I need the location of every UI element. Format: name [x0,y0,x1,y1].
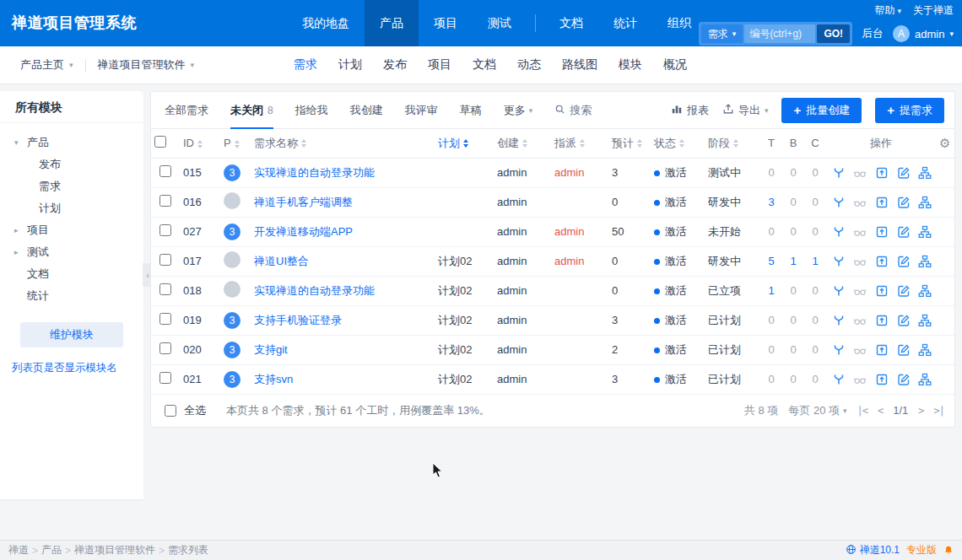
gear-icon[interactable]: ⚙ [939,136,950,150]
module-tree-item[interactable]: 计划 [0,197,143,219]
module-tree-item[interactable]: 发布 [0,153,143,175]
main-nav-item[interactable]: 文档 [544,0,598,46]
assigned-user[interactable]: admin [554,255,584,267]
column-header-plan[interactable]: 计划 [435,129,494,158]
product-tab[interactable]: 项目 [428,57,451,73]
module-tree-item[interactable]: 统计 [0,285,143,307]
version-link[interactable]: 禅道10.1 [846,543,900,557]
product-tab[interactable]: 动态 [517,57,541,73]
column-header-title[interactable]: 需求名称 [251,129,435,158]
orgchart-icon[interactable] [917,372,932,387]
orgchart-icon[interactable] [917,313,932,328]
product-tab[interactable]: 文档 [473,57,496,73]
breadcrumb-item[interactable]: 禅道 [8,543,29,557]
column-header-stage[interactable]: 阶段 [705,129,760,158]
product-tab[interactable]: 发布 [383,57,407,73]
report-button[interactable]: 报表 [671,103,709,118]
column-header-id[interactable]: ID [180,129,220,158]
search-id-input[interactable] [744,24,815,43]
main-nav-item[interactable]: 我的地盘 [287,0,365,46]
story-title-link[interactable]: 支持svn [254,373,293,385]
user-menu[interactable]: A admin ▾ [893,25,954,42]
orgchart-icon[interactable] [917,224,932,240]
bell-icon[interactable] [943,545,954,556]
upload-icon[interactable] [874,372,889,387]
main-nav-item[interactable]: 产品 [365,0,419,46]
story-title-link[interactable]: 实现禅道的自动登录功能 [254,166,375,179]
filter-tab[interactable]: 未关闭8 [230,92,273,128]
edit-icon[interactable] [896,372,911,387]
t-count[interactable]: 1 [768,284,774,297]
assigned-user[interactable]: admin [554,225,584,238]
upload-icon[interactable] [874,313,889,328]
row-checkbox[interactable] [159,342,171,354]
module-tree-item[interactable]: 需求 [0,175,143,197]
upload-icon[interactable] [874,254,889,269]
search-type-dropdown[interactable]: 需求 ▾ [701,24,743,43]
upload-icon[interactable] [874,195,889,210]
orgchart-icon[interactable] [917,283,932,299]
help-link[interactable]: 帮助▾ [874,4,901,16]
search-toggle[interactable]: 搜索 [554,103,592,118]
edit-icon[interactable] [896,283,911,299]
orgchart-icon[interactable] [917,254,932,269]
branch-icon[interactable] [831,254,846,269]
upload-icon[interactable] [874,342,889,358]
branch-icon[interactable] [831,313,846,328]
branch-icon[interactable] [831,342,846,358]
select-all-header-checkbox[interactable] [154,136,166,148]
story-title-link[interactable]: 实现禅道的自动登录功能 [254,284,375,297]
row-checkbox[interactable] [159,313,171,325]
story-title-link[interactable]: 禅道UI整合 [254,255,309,267]
product-tab[interactable]: 计划 [338,57,362,73]
upload-icon[interactable] [874,283,889,299]
product-select-dropdown[interactable]: 禅道项目管理软件 ▾ [86,57,207,73]
branch-icon[interactable] [831,224,846,240]
filter-tab[interactable]: 更多▾ [504,92,533,128]
upload-icon[interactable] [874,165,889,180]
last-page-button[interactable]: >| [934,405,944,417]
column-header-estimate[interactable]: 预计 [608,129,651,158]
edit-icon[interactable] [896,313,911,328]
row-checkbox[interactable] [159,224,171,236]
edit-icon[interactable] [896,195,911,210]
module-tree-item[interactable]: ▾产品 [0,132,143,153]
breadcrumb-item[interactable]: 产品 [41,543,62,557]
maintain-module-button[interactable]: 维护模块 [20,322,123,347]
filter-tab[interactable]: 指给我 [295,92,328,128]
column-header-pri[interactable]: P [220,129,251,158]
main-nav-item[interactable]: 统计 [598,0,652,46]
orgchart-icon[interactable] [917,342,932,358]
row-checkbox[interactable] [159,195,171,207]
orgchart-icon[interactable] [917,195,932,210]
prev-page-button[interactable]: < [878,405,883,417]
first-page-button[interactable]: |< [857,405,867,417]
filter-tab[interactable]: 草稿 [460,92,482,128]
orgchart-icon[interactable] [917,165,932,180]
main-nav-item[interactable]: 项目 [419,0,473,46]
edit-icon[interactable] [896,254,911,269]
c-count[interactable]: 1 [812,255,818,267]
story-title-link[interactable]: 开发禅道移动端APP [254,225,353,238]
filter-tab[interactable]: 我评审 [405,92,438,128]
next-page-button[interactable]: > [918,405,923,417]
product-tab[interactable]: 模块 [619,57,642,73]
branch-icon[interactable] [831,283,846,299]
branch-icon[interactable] [831,195,846,210]
select-all[interactable]: 全选 [165,403,206,418]
select-all-checkbox[interactable] [165,405,176,417]
story-title-link[interactable]: 支持手机验证登录 [254,314,342,326]
main-nav-item[interactable]: 测试 [473,0,527,46]
row-checkbox[interactable] [159,254,171,266]
module-tree-item[interactable]: ▸项目 [0,219,143,241]
per-page-dropdown[interactable]: 每页 20 项 ▾ [788,403,846,418]
t-count[interactable]: 3 [768,196,774,208]
story-title-link[interactable]: 禅道手机客户端调整 [254,196,353,208]
breadcrumb-item[interactable]: 需求列表 [168,543,208,557]
edit-icon[interactable] [896,165,911,180]
breadcrumb-item[interactable]: 禅道项目管理软件 [74,543,155,557]
column-header-assignedTo[interactable]: 指派 [551,129,608,158]
go-button[interactable]: GO! [817,24,850,43]
column-header-status[interactable]: 状态 [651,129,705,158]
branch-icon[interactable] [831,165,846,180]
